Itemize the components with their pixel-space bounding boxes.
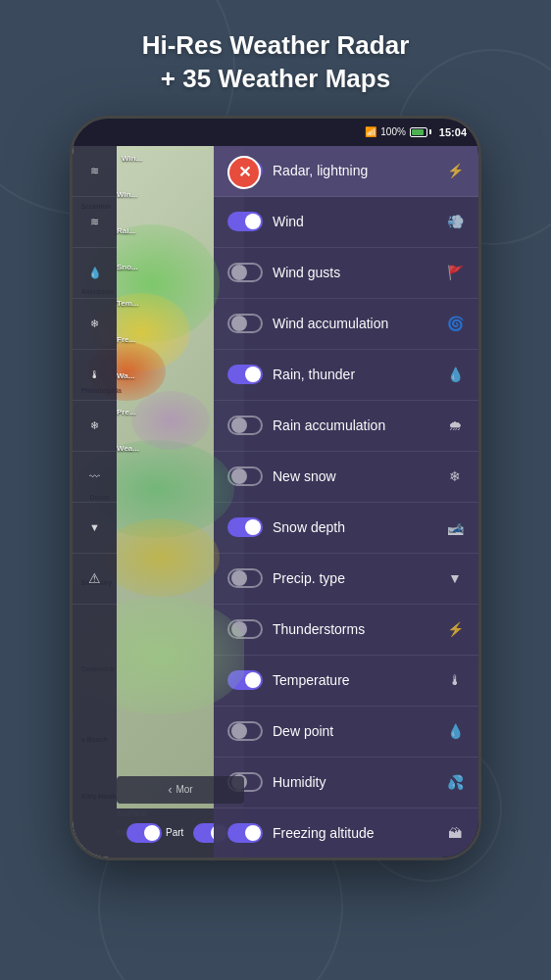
menu-icon-new-snow: ❄ [445,468,465,484]
map-label-fre: Fre... [117,335,244,344]
menu-icon-humidity: 💦 [445,774,465,790]
side-item-freeze[interactable]: ❄ [73,401,117,452]
menu-label-precip-type: Precip. type [273,570,435,586]
menu-icon-precip-type: ▼ [445,570,465,586]
battery-icon [410,127,431,137]
map-label-wind1: Win... [122,154,249,163]
map-label-wea: Wea... [117,444,244,453]
close-icon: ✕ [238,165,251,180]
phone-screen: 📶 100% 15:04 [73,119,478,858]
menu-label-temperature: Temperature [273,672,435,688]
menu-icon-dew-point: 💧 [445,723,465,739]
map-labels-overlay: Win... Win... Rai... Sno... Tem... Fre..… [117,146,244,453]
menu-icon-freezing-altitude: 🏔 [445,825,465,841]
menu-icon-snow-depth: 🎿 [445,519,465,535]
menu-icon-wind-gusts: 🚩 [445,265,465,280]
menu-label-wind: Wind [273,214,435,229]
map-label-wa: Wa... [117,371,244,380]
menu-label-dew-point: Dew point [273,723,435,739]
menu-panel: Radar, lightning⚡Wind💨Wind gusts🚩Wind ac… [214,146,478,858]
battery-percent: 100% [380,126,406,137]
map-label-pre: Pre... [117,408,244,416]
page-title: Hi-Res Weather Radar + 35 Weather Maps [20,29,531,96]
map-label-wind2: Win... [117,190,244,199]
menu-label-new-snow: New snow [273,468,435,484]
menu-icon-thunderstorms: ⚡ [445,621,465,637]
side-item-weather[interactable]: ⚠ [73,554,117,605]
back-label: Mor [175,784,192,795]
side-icon-strip: ≋ ≋ 💧 ❄ 🌡 ❄ 〰 ▼ ⚠ [73,146,117,858]
menu-label-rain-thunder: Rain, thunder [273,367,435,382]
menu-item-rain-thunder[interactable]: Rain, thunder💧 [214,350,478,401]
menu-icon-rain-accumulation: 🌧 [445,417,465,433]
menu-label-wind-gusts: Wind gusts [273,265,435,280]
map-label-rain: Rai... [117,226,244,235]
menu-label-humidity: Humidity [273,774,435,790]
menu-label-thunderstorms: Thunderstorms [273,621,435,637]
menu-item-temperature[interactable]: Temperature🌡 [214,656,478,707]
menu-item-dew-point[interactable]: Dew point💧 [214,707,478,758]
map-label-sno: Sno... [117,263,244,271]
menu-item-rain-accumulation[interactable]: Rain accumulation🌧 [214,401,478,452]
menu-item-wind[interactable]: Wind💨 [214,197,478,248]
side-item-wave[interactable]: 〰 [73,452,117,503]
menu-icon-wind: 💨 [445,214,465,229]
menu-icon-temperature: 🌡 [445,672,465,688]
signal-icon: 📶 [365,126,376,137]
side-item-wind2[interactable]: ≋ [73,197,117,248]
side-item-snow[interactable]: ❄ [73,299,117,350]
menu-icon-wind-accumulation: 🌀 [445,316,465,331]
menu-item-freezing-altitude[interactable]: Freezing altitude🏔 [214,808,478,858]
menu-icon-rain-thunder: 💧 [445,367,465,382]
menu-item-wind-accumulation[interactable]: Wind accumulation🌀 [214,299,478,350]
side-item-rain[interactable]: 💧 [73,248,117,299]
close-button[interactable]: ✕ [227,156,261,189]
clock: 15:04 [439,126,467,138]
status-bar: 📶 100% 15:04 [73,119,478,146]
menu-label-radar-lightning: Radar, lightning [273,163,435,178]
menu-item-snow-depth[interactable]: Snow depth🎿 [214,503,478,554]
back-button[interactable]: ‹ Mor [117,776,244,804]
menu-item-precip-type[interactable]: Precip. type▼ [214,554,478,605]
menu-label-freezing-altitude: Freezing altitude [273,825,435,841]
menu-item-thunderstorms[interactable]: Thunderstorms⚡ [214,605,478,656]
title-area: Hi-Res Weather Radar + 35 Weather Maps [0,0,551,116]
menu-item-new-snow[interactable]: New snow❄ [214,452,478,503]
menu-label-wind-accumulation: Wind accumulation [273,316,435,331]
menu-icon-radar-lightning: ⚡ [445,163,465,178]
menu-label-snow-depth: Snow depth [273,519,435,535]
menu-label-rain-accumulation: Rain accumulation [273,417,435,433]
side-item-precip[interactable]: ▼ [73,503,117,554]
side-item-wind1[interactable]: ≋ [73,146,117,197]
map-label-tem: Tem... [117,299,244,308]
phone-mockup: 📶 100% 15:04 [70,116,481,860]
menu-item-humidity[interactable]: Humidity💦 [214,758,478,808]
menu-item-wind-gusts[interactable]: Wind gusts🚩 [214,248,478,299]
chevron-left-icon: ‹ [168,783,172,797]
side-item-temp[interactable]: 🌡 [73,350,117,401]
